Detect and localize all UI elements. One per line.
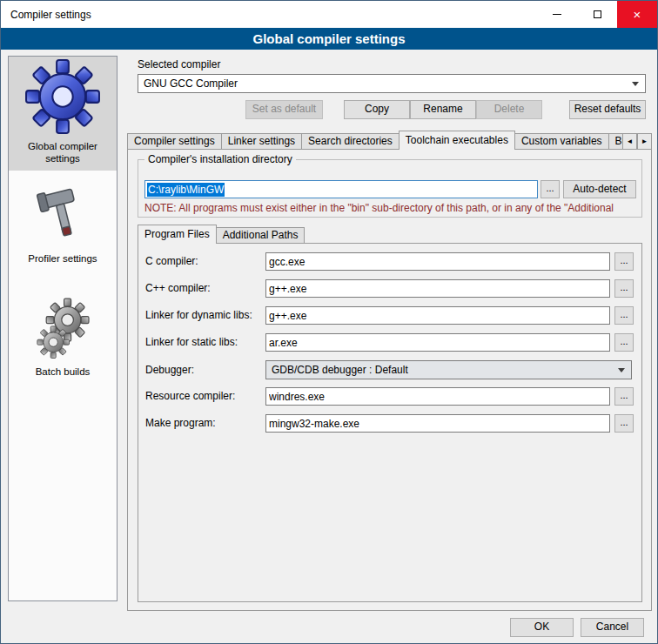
auto-detect-button[interactable]: Auto-detect <box>563 180 636 198</box>
delete-button[interactable]: Delete <box>476 100 542 119</box>
program-files-panel: C compiler: ... C++ compiler: ... Linker… <box>138 243 642 602</box>
linker-dynamic-label: Linker for dynamic libs: <box>145 309 252 321</box>
chevron-down-icon <box>618 368 625 372</box>
sidebar-item-label: Batch builds <box>10 366 115 378</box>
tab-scroll-right-icon[interactable]: ► <box>637 133 652 150</box>
tab-search-directories[interactable]: Search directories <box>301 133 400 149</box>
window-title: Compiler settings <box>10 9 91 21</box>
linker-static-label: Linker for static libs: <box>145 336 238 348</box>
settings-tabstrip: Compiler settings Linker settings Search… <box>127 131 652 150</box>
sidebar-item-global-compiler-settings[interactable]: Global compiler settings <box>9 57 117 171</box>
reset-defaults-button[interactable]: Reset defaults <box>569 100 646 119</box>
chevron-down-icon <box>632 82 639 86</box>
sidebar-item-label: Global compiler settings <box>10 140 115 165</box>
linker-static-input[interactable] <box>265 333 610 352</box>
blue-gear-icon <box>24 58 101 135</box>
debugger-value: GDB/CDB debugger : Default <box>272 364 408 376</box>
linker-dynamic-browse-button[interactable]: ... <box>614 306 634 325</box>
cpp-compiler-label: C++ compiler: <box>145 282 211 294</box>
linker-static-browse-button[interactable]: ... <box>614 333 634 352</box>
sidebar: Global compiler settings Profiler settin… <box>8 56 118 601</box>
selected-path-text: C:\raylib\MinGW <box>147 183 225 197</box>
c-compiler-label: C compiler: <box>145 255 198 267</box>
titlebar: Compiler settings × <box>1 1 657 28</box>
make-program-input[interactable] <box>265 414 610 433</box>
maximize-icon <box>594 10 601 18</box>
resource-compiler-browse-button[interactable]: ... <box>614 387 634 406</box>
cpp-compiler-browse-button[interactable]: ... <box>614 279 634 298</box>
selected-compiler-value: GNU GCC Compiler <box>144 77 238 90</box>
minimize-button[interactable] <box>537 1 577 28</box>
debugger-label: Debugger: <box>145 364 194 376</box>
tab-toolchain-executables[interactable]: Toolchain executables <box>399 131 515 150</box>
resource-compiler-input[interactable] <box>265 387 610 406</box>
compiler-settings-window: Compiler settings × Global compiler sett… <box>0 0 658 644</box>
gray-gears-icon <box>34 298 91 360</box>
copy-button[interactable]: Copy <box>344 100 410 119</box>
make-program-label: Make program: <box>145 417 216 429</box>
debugger-dropdown[interactable]: GDB/CDB debugger : Default <box>265 360 632 379</box>
tab-scroll-left-icon[interactable]: ◄ <box>622 133 637 150</box>
cancel-button[interactable]: Cancel <box>581 618 644 637</box>
browse-directory-button[interactable]: ... <box>540 180 560 198</box>
close-icon: × <box>634 8 641 21</box>
hammer-icon <box>34 184 91 247</box>
close-button[interactable]: × <box>617 1 657 28</box>
tab-program-files[interactable]: Program Files <box>138 225 217 244</box>
resource-compiler-label: Resource compiler: <box>145 390 235 402</box>
tab-compiler-settings[interactable]: Compiler settings <box>127 133 222 149</box>
selected-compiler-dropdown[interactable]: GNU GCC Compiler <box>138 74 646 93</box>
c-compiler-browse-button[interactable]: ... <box>614 252 634 271</box>
installation-directory-input[interactable]: C:\raylib\MinGW <box>144 180 538 198</box>
sidebar-item-profiler-settings[interactable]: Profiler settings <box>9 181 117 270</box>
ok-button[interactable]: OK <box>510 618 574 637</box>
make-program-browse-button[interactable]: ... <box>614 414 634 433</box>
minimize-icon <box>553 14 561 15</box>
note-text: NOTE: All programs must exist either in … <box>144 202 642 214</box>
selected-compiler-label: Selected compiler <box>138 58 220 70</box>
caption-buttons: × <box>537 1 657 28</box>
tab-linker-settings[interactable]: Linker settings <box>221 133 302 149</box>
installation-directory-label: Compiler's installation directory <box>144 153 296 165</box>
program-tabstrip: Program Files Additional Paths <box>138 225 304 244</box>
maximize-button[interactable] <box>577 1 617 28</box>
set-as-default-button[interactable]: Set as default <box>245 100 323 119</box>
rename-button[interactable]: Rename <box>410 100 476 119</box>
sidebar-item-label: Profiler settings <box>10 252 115 265</box>
banner-title: Global compiler settings <box>1 28 657 50</box>
tab-custom-variables[interactable]: Custom variables <box>514 133 609 149</box>
c-compiler-input[interactable] <box>265 252 610 271</box>
tab-additional-paths[interactable]: Additional Paths <box>216 227 306 243</box>
cpp-compiler-input[interactable] <box>265 279 610 298</box>
sidebar-item-batch-builds[interactable]: Batch builds <box>9 294 117 383</box>
linker-dynamic-input[interactable] <box>265 306 610 325</box>
